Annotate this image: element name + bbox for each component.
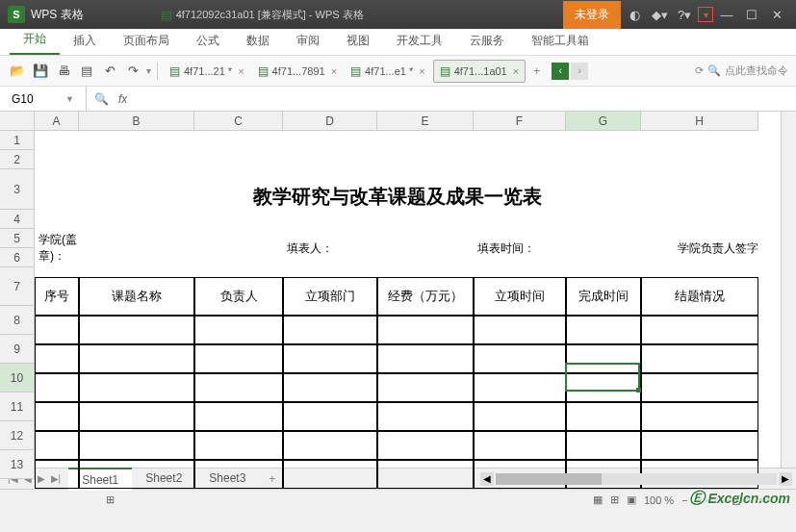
table-header-4[interactable]: 经费（万元） (377, 277, 474, 316)
row-header-2[interactable]: 2 (0, 150, 35, 169)
table-cell[interactable] (641, 344, 758, 373)
search-fx-icon[interactable]: 🔍 (94, 92, 109, 106)
table-cell[interactable] (79, 402, 194, 431)
table-cell[interactable] (194, 373, 283, 402)
table-header-2[interactable]: 负责人 (194, 277, 283, 316)
close-tab-icon[interactable]: × (419, 65, 424, 77)
doc-tab-0[interactable]: ▤4f71...21 *× (164, 60, 250, 83)
col-header-F[interactable]: F (474, 112, 566, 131)
table-header-5[interactable]: 立项时间 (474, 277, 566, 316)
table-cell[interactable] (35, 402, 79, 431)
view-normal-icon[interactable]: ▦ (593, 494, 603, 506)
info-cell-0[interactable]: 学院(盖章)： (35, 239, 79, 258)
table-cell[interactable] (377, 316, 474, 344)
cell-reference-input[interactable]: G10 ▼ (0, 87, 87, 111)
tab-prev-icon[interactable]: ‹ (552, 63, 569, 80)
table-cell[interactable] (283, 373, 377, 402)
doc-tab-3[interactable]: ▤4f71...1a01× (433, 60, 526, 83)
table-cell[interactable] (35, 431, 79, 460)
col-header-D[interactable]: D (283, 112, 377, 131)
zoom-label[interactable]: 100 % (644, 494, 674, 506)
table-cell[interactable] (283, 316, 377, 344)
table-cell[interactable] (474, 316, 566, 344)
login-button[interactable]: 未登录 (563, 1, 621, 29)
info-cell-4[interactable] (377, 239, 474, 258)
maximize-icon[interactable]: ☐ (740, 3, 763, 26)
ribbon-tab-6[interactable]: 视图 (333, 27, 383, 55)
table-cell[interactable] (194, 431, 283, 460)
table-cell[interactable] (377, 373, 474, 402)
col-header-B[interactable]: B (79, 112, 194, 131)
vertical-scrollbar[interactable] (781, 112, 796, 468)
minimize-icon[interactable]: — (715, 3, 738, 26)
table-header-6[interactable]: 完成时间 (566, 277, 641, 316)
col-header-H[interactable]: H (641, 112, 758, 131)
close-tab-icon[interactable]: × (331, 65, 337, 77)
search-icon[interactable]: 🔍 (707, 64, 721, 77)
table-cell[interactable] (641, 373, 758, 402)
refresh-icon[interactable]: ⟳ (695, 64, 704, 77)
table-cell[interactable] (566, 431, 641, 460)
row-header-3[interactable]: 3 (0, 169, 35, 210)
redo-icon[interactable]: ↷ (123, 62, 142, 81)
undo-icon[interactable]: ↶ (100, 62, 119, 81)
table-cell[interactable] (194, 316, 283, 344)
row-header-9[interactable]: 9 (0, 335, 35, 364)
table-cell[interactable] (283, 431, 377, 460)
row-header-6[interactable]: 6 (0, 248, 35, 267)
print-icon[interactable]: 🖶 (54, 62, 73, 81)
info-cell-6[interactable] (566, 239, 641, 258)
row-header-7[interactable]: 7 (0, 267, 35, 306)
notify-icon[interactable]: ▾ (698, 7, 713, 22)
row-header-1[interactable]: 1 (0, 131, 35, 150)
zoom-out-icon[interactable]: − (681, 494, 687, 506)
row-header-10[interactable]: 10 (0, 364, 35, 393)
dropdown-icon[interactable]: ▼ (65, 94, 74, 104)
table-header-3[interactable]: 立项部门 (283, 277, 377, 316)
table-cell[interactable] (194, 344, 283, 373)
view-break-icon[interactable]: ▣ (627, 494, 636, 506)
scroll-right-icon[interactable]: ▶ (779, 472, 792, 486)
table-cell[interactable] (377, 460, 474, 489)
horizontal-scrollbar[interactable]: ⋮ ◀ ▶ (469, 472, 796, 486)
col-header-E[interactable]: E (377, 112, 474, 131)
preview-icon[interactable]: ▤ (77, 62, 96, 81)
table-cell[interactable] (641, 431, 758, 460)
table-cell[interactable] (474, 373, 566, 402)
table-cell[interactable] (377, 344, 474, 373)
ribbon-tab-8[interactable]: 云服务 (456, 27, 518, 55)
col-header-C[interactable]: C (194, 112, 283, 131)
table-cell[interactable] (566, 316, 641, 344)
info-cell-1[interactable] (79, 239, 194, 258)
table-cell[interactable] (377, 402, 474, 431)
info-cell-3[interactable]: 填表人： (283, 239, 377, 258)
table-cell[interactable] (283, 460, 377, 489)
table-header-1[interactable]: 课题名称 (79, 277, 194, 316)
help-icon[interactable]: ?▾ (673, 3, 696, 26)
search-command-input[interactable]: 点此查找命令 (725, 63, 788, 78)
row-header-12[interactable]: 12 (0, 421, 35, 450)
table-cell[interactable] (566, 402, 641, 431)
table-header-0[interactable]: 序号 (35, 277, 79, 316)
table-cell[interactable] (194, 402, 283, 431)
table-cell[interactable] (35, 373, 79, 402)
ribbon-tab-3[interactable]: 公式 (183, 27, 233, 55)
table-cell[interactable] (283, 344, 377, 373)
table-cell[interactable] (377, 431, 474, 460)
close-tab-icon[interactable]: × (513, 65, 519, 77)
table-cell[interactable] (79, 316, 194, 344)
ribbon-tab-1[interactable]: 插入 (60, 27, 110, 55)
ribbon-tab-5[interactable]: 审阅 (283, 27, 333, 55)
table-cell[interactable] (79, 431, 194, 460)
table-cell[interactable] (474, 431, 566, 460)
table-cell[interactable] (35, 344, 79, 373)
close-tab-icon[interactable]: × (238, 65, 244, 77)
ribbon-tab-9[interactable]: 智能工具箱 (518, 27, 603, 55)
share-icon[interactable]: ◆▾ (648, 3, 671, 26)
table-cell[interactable] (641, 316, 758, 344)
row-header-4[interactable]: 4 (0, 210, 35, 229)
table-cell[interactable] (35, 460, 79, 489)
table-cell[interactable] (35, 316, 79, 344)
doc-tab-2[interactable]: ▤4f71...e1 *× (345, 60, 431, 83)
open-icon[interactable]: 📂 (8, 62, 27, 81)
